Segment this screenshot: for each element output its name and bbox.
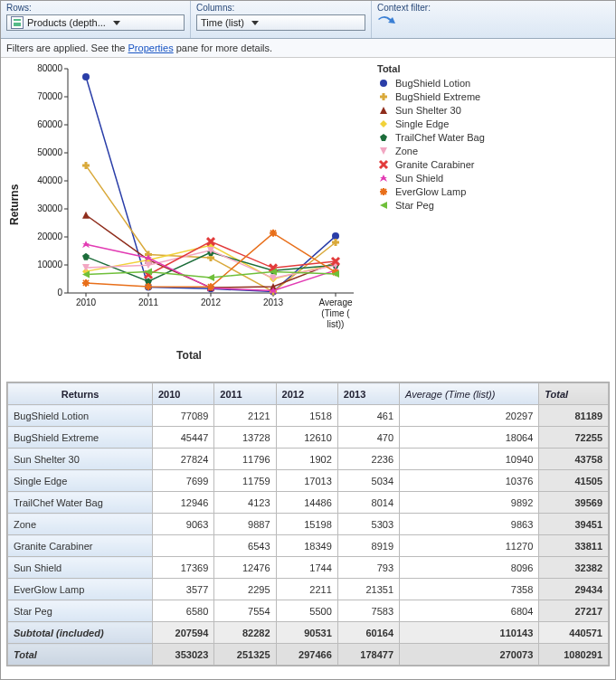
data-cell[interactable]: 41505 <box>539 470 609 492</box>
row-label[interactable]: Subtotal (included) <box>8 622 153 644</box>
data-cell[interactable]: 21351 <box>337 579 399 600</box>
data-cell[interactable]: 6580 <box>153 600 214 622</box>
data-cell[interactable]: 251325 <box>214 644 276 666</box>
row-label[interactable]: TrailChef Water Bag <box>8 492 153 514</box>
data-cell[interactable]: 110143 <box>400 622 539 644</box>
data-cell[interactable]: 793 <box>337 557 399 579</box>
data-cell[interactable]: 6543 <box>214 535 276 557</box>
data-cell[interactable]: 9892 <box>400 492 539 514</box>
data-cell[interactable]: 27217 <box>539 600 609 622</box>
data-cell[interactable]: 2211 <box>276 579 337 600</box>
data-cell[interactable]: 270073 <box>400 644 539 666</box>
data-cell[interactable]: 11270 <box>400 535 539 557</box>
data-cell[interactable]: 81189 <box>539 405 609 427</box>
data-cell[interactable]: 20297 <box>400 405 539 427</box>
properties-link[interactable]: Properties <box>128 42 174 53</box>
data-cell[interactable]: 5303 <box>337 514 399 535</box>
data-cell[interactable]: 45447 <box>153 427 214 449</box>
legend-item[interactable]: BugShield Lotion <box>377 76 611 90</box>
data-cell[interactable]: 9887 <box>214 514 276 535</box>
data-cell[interactable]: 7583 <box>337 600 399 622</box>
data-cell[interactable]: 43758 <box>539 449 609 470</box>
data-cell[interactable]: 17013 <box>276 470 337 492</box>
row-label[interactable]: BugShield Extreme <box>8 427 153 449</box>
data-cell[interactable]: 353023 <box>153 644 214 666</box>
data-cell[interactable]: 77089 <box>153 405 214 427</box>
data-cell[interactable]: 10940 <box>400 449 539 470</box>
row-label[interactable]: Star Peg <box>8 600 153 622</box>
legend-item[interactable]: TrailChef Water Bag <box>377 130 611 144</box>
data-cell[interactable]: 17369 <box>153 557 214 579</box>
data-cell[interactable]: 29434 <box>539 579 609 600</box>
data-cell[interactable]: 32382 <box>539 557 609 579</box>
col-header[interactable]: 2013 <box>337 383 399 405</box>
col-header[interactable]: 2011 <box>214 383 276 405</box>
legend-item[interactable]: Star Peg <box>377 198 611 212</box>
legend-item[interactable]: Sun Shield <box>377 171 611 184</box>
col-header[interactable]: 2010 <box>153 383 214 405</box>
data-cell[interactable]: 18349 <box>276 535 337 557</box>
data-cell[interactable]: 18064 <box>400 427 539 449</box>
row-label[interactable]: Total <box>8 644 153 666</box>
legend-item[interactable]: Granite Carabiner <box>377 157 611 171</box>
data-cell[interactable]: 12946 <box>153 492 214 514</box>
data-cell[interactable]: 39569 <box>539 492 609 514</box>
data-cell[interactable]: 8014 <box>337 492 399 514</box>
row-label[interactable]: Sun Shelter 30 <box>8 449 153 470</box>
data-cell[interactable] <box>153 535 214 557</box>
data-cell[interactable]: 2121 <box>214 405 276 427</box>
data-cell[interactable]: 10376 <box>400 470 539 492</box>
data-cell[interactable]: 9863 <box>400 514 539 535</box>
data-cell[interactable]: 207594 <box>153 622 214 644</box>
data-cell[interactable]: 60164 <box>337 622 399 644</box>
data-cell[interactable]: 90531 <box>276 622 337 644</box>
data-cell[interactable]: 461 <box>337 405 399 427</box>
legend-item[interactable]: Single Edge <box>377 117 611 130</box>
col-header[interactable]: 2012 <box>276 383 337 405</box>
data-cell[interactable]: 12610 <box>276 427 337 449</box>
data-cell[interactable]: 3577 <box>153 579 214 600</box>
data-cell[interactable]: 7358 <box>400 579 539 600</box>
data-cell[interactable]: 1902 <box>276 449 337 470</box>
data-cell[interactable]: 8919 <box>337 535 399 557</box>
data-cell[interactable]: 2236 <box>337 449 399 470</box>
data-cell[interactable]: 14486 <box>276 492 337 514</box>
data-cell[interactable]: 297466 <box>276 644 337 666</box>
legend-item[interactable]: Sun Shelter 30 <box>377 103 611 117</box>
data-cell[interactable]: 12476 <box>214 557 276 579</box>
data-cell[interactable]: 1080291 <box>539 644 609 666</box>
data-cell[interactable]: 7554 <box>214 600 276 622</box>
row-label[interactable]: Single Edge <box>8 470 153 492</box>
legend-item[interactable]: BugShield Extreme <box>377 90 611 103</box>
row-label[interactable]: EverGlow Lamp <box>8 579 153 600</box>
data-cell[interactable]: 9063 <box>153 514 214 535</box>
data-cell[interactable]: 178477 <box>337 644 399 666</box>
data-cell[interactable]: 5034 <box>337 470 399 492</box>
data-cell[interactable]: 470 <box>337 427 399 449</box>
data-cell[interactable]: 4123 <box>214 492 276 514</box>
data-cell[interactable]: 11796 <box>214 449 276 470</box>
data-cell[interactable]: 72255 <box>539 427 609 449</box>
data-cell[interactable]: 11759 <box>214 470 276 492</box>
data-cell[interactable]: 1744 <box>276 557 337 579</box>
row-label[interactable]: BugShield Lotion <box>8 405 153 427</box>
data-cell[interactable]: 39451 <box>539 514 609 535</box>
data-cell[interactable]: 27824 <box>153 449 214 470</box>
rows-dropdown[interactable]: Products (depth... <box>6 14 185 31</box>
columns-dropdown[interactable]: Time (list) <box>196 14 365 31</box>
row-label[interactable]: Granite Carabiner <box>8 535 153 557</box>
data-cell[interactable]: 7699 <box>153 470 214 492</box>
data-cell[interactable]: 5500 <box>276 600 337 622</box>
data-cell[interactable]: 6804 <box>400 600 539 622</box>
legend-item[interactable]: EverGlow Lamp <box>377 184 611 198</box>
data-cell[interactable]: 82282 <box>214 622 276 644</box>
col-header-total[interactable]: Total <box>539 383 609 405</box>
data-cell[interactable]: 13728 <box>214 427 276 449</box>
legend-item[interactable]: Zone <box>377 144 611 157</box>
col-header-avg[interactable]: Average (Time (list)) <box>400 383 539 405</box>
context-filter-arrow-icon[interactable] <box>377 16 397 29</box>
data-cell[interactable]: 8096 <box>400 557 539 579</box>
data-cell[interactable]: 440571 <box>539 622 609 644</box>
data-cell[interactable]: 1518 <box>276 405 337 427</box>
row-label[interactable]: Sun Shield <box>8 557 153 579</box>
